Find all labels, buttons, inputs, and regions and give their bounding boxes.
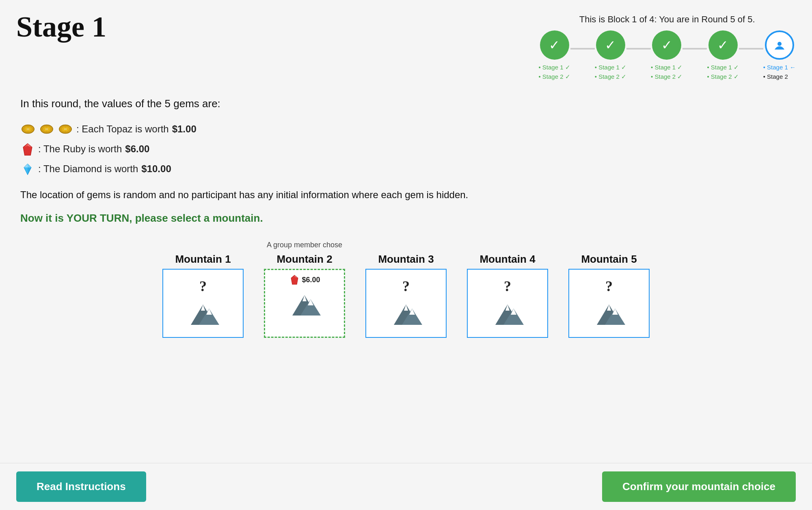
step5-label1: Stage 1 ← [763, 63, 796, 72]
step2-label1: Stage 1 ✓ [595, 63, 626, 72]
progress-line-2 [626, 48, 651, 50]
mountain-image-3 [382, 296, 430, 329]
svg-point-18 [64, 128, 67, 130]
mountain-card-1[interactable]: ? [162, 269, 244, 338]
svg-marker-21 [23, 146, 32, 155]
progress-line-4 [739, 48, 763, 50]
mountain-col-2: A group member chose Mountain 2 $6.00 [262, 241, 347, 338]
mountain-col-3: Mountain 3 ? [363, 241, 449, 338]
progress-step-2: ✓ Stage 1 ✓ Stage 2 ✓ [595, 30, 626, 81]
progress-labels-4: Stage 1 ✓ Stage 2 ✓ [707, 63, 739, 81]
mountain-image-2 [280, 287, 329, 320]
mountain-card-2[interactable]: $6.00 [264, 269, 345, 338]
step5-label2: Stage 2 [763, 72, 796, 82]
step1-label2: Stage 2 ✓ [538, 72, 570, 82]
random-text: The location of gems is random and no pa… [20, 188, 792, 202]
question-mark-1: ? [199, 278, 207, 295]
topaz-icon-3 [58, 121, 73, 137]
group-label-2: A group member chose [267, 241, 342, 251]
progress-step-3: ✓ Stage 1 ✓ Stage 2 ✓ [651, 30, 682, 81]
progress-line-1 [570, 48, 595, 50]
step4-label2: Stage 2 ✓ [707, 72, 739, 82]
read-instructions-button[interactable]: Read Instructions [16, 471, 146, 502]
mountain-col-4: Mountain 4 ? [465, 241, 550, 338]
svg-point-6 [26, 128, 30, 130]
confirm-button[interactable]: Confirm your mountain choice [602, 471, 796, 502]
progress-circle-4: ✓ [708, 30, 738, 60]
stage-title: Stage 1 [16, 12, 106, 41]
progress-circle-2: ✓ [596, 30, 625, 60]
mountain-image-1 [179, 296, 227, 329]
topaz-icon-2 [39, 121, 54, 137]
mountain-title-4: Mountain 4 [479, 253, 535, 266]
mountain-title-5: Mountain 5 [581, 253, 637, 266]
progress-step-4: ✓ Stage 1 ✓ Stage 2 ✓ [707, 30, 739, 81]
diamond-row: : The Diamond is worth $10.00 [20, 162, 792, 177]
ruby-value: $6.00 [125, 143, 149, 155]
svg-point-12 [45, 128, 48, 130]
step3-label2: Stage 2 ✓ [651, 72, 682, 82]
mountain-card-4[interactable]: ? [467, 269, 548, 338]
diamond-description: : The Diamond is worth [38, 163, 138, 175]
mountain-image-4 [483, 296, 532, 329]
mountain-card-5[interactable]: ? [568, 269, 650, 338]
progress-track: ✓ Stage 1 ✓ Stage 2 ✓ ✓ Stage 1 ✓ Stage … [538, 30, 796, 81]
progress-circle-1: ✓ [540, 30, 569, 60]
topaz-row: : Each Topaz is worth $1.00 [20, 121, 792, 137]
mountain-card-3[interactable]: ? [365, 269, 447, 338]
ruby-row: : The Ruby is worth $6.00 [20, 142, 792, 157]
progress-step-5: Stage 1 ← Stage 2 [763, 30, 796, 81]
block-round-label: This is Block 1 of 4: You are in Round 5… [579, 14, 755, 25]
main-content: In this round, the values of the 5 gems … [16, 97, 796, 338]
mountain-title-1: Mountain 1 [175, 253, 231, 266]
svg-marker-34 [291, 277, 298, 284]
mountain-col-5: Mountain 5 ? [566, 241, 652, 338]
mountain-title-2: Mountain 2 [276, 253, 332, 266]
bottom-bar: Read Instructions Confirm your mountain … [0, 463, 812, 510]
mountain-image-5 [585, 296, 633, 329]
gem-badge-value-2: $6.00 [302, 276, 320, 284]
question-mark-3: ? [402, 278, 410, 295]
diamond-icon [20, 162, 35, 177]
ruby-badge-icon [289, 274, 300, 285]
svg-point-0 [777, 42, 782, 46]
step4-label1: Stage 1 ✓ [707, 63, 739, 72]
progress-line-3 [682, 48, 707, 50]
progress-circle-5 [765, 30, 794, 60]
progress-tracker: This is Block 1 of 4: You are in Round 5… [538, 12, 796, 81]
mountain-title-3: Mountain 3 [378, 253, 434, 266]
progress-labels-1: Stage 1 ✓ Stage 2 ✓ [538, 63, 570, 81]
ruby-description: : The Ruby is worth [38, 143, 122, 155]
progress-labels-3: Stage 1 ✓ Stage 2 ✓ [651, 63, 682, 81]
diamond-value: $10.00 [141, 163, 171, 175]
progress-labels-2: Stage 1 ✓ Stage 2 ✓ [595, 63, 626, 81]
step2-label2: Stage 2 ✓ [595, 72, 626, 82]
step3-label1: Stage 1 ✓ [651, 63, 682, 72]
question-mark-5: ? [605, 278, 613, 295]
progress-step-1: ✓ Stage 1 ✓ Stage 2 ✓ [538, 30, 570, 81]
question-mark-4: ? [504, 278, 511, 295]
ruby-icon [20, 142, 35, 157]
step1-label1: Stage 1 ✓ [538, 63, 570, 72]
gem-badge-2: $6.00 [289, 274, 320, 285]
progress-labels-5: Stage 1 ← Stage 2 [763, 63, 796, 81]
mountain-col-1: Mountain 1 ? [160, 241, 246, 338]
mountains-row: Mountain 1 ? A group member chose Mounta… [20, 241, 792, 338]
progress-circle-3: ✓ [652, 30, 681, 60]
topaz-description: : Each Topaz is worth [76, 123, 169, 135]
topaz-icon-1 [20, 121, 36, 137]
topaz-value: $1.00 [172, 123, 197, 135]
your-turn-text: Now it is YOUR TURN, please select a mou… [20, 212, 792, 225]
round-text: In this round, the values of the 5 gems … [20, 97, 792, 110]
